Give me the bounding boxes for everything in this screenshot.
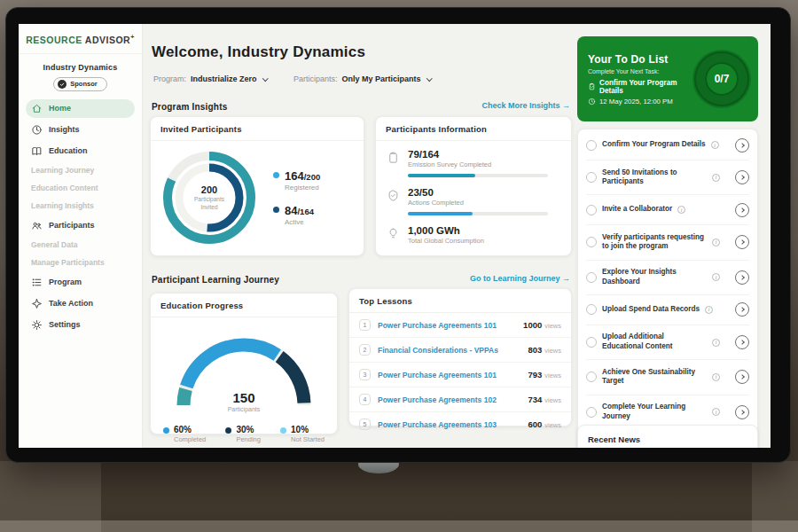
sidebar-item-participants[interactable]: Participants bbox=[26, 216, 135, 235]
lesson-title-link[interactable]: Power Purchase Agreements 101 bbox=[378, 371, 520, 379]
check-more-insights-link[interactable]: Check More Insights → bbox=[481, 101, 570, 110]
task-row-upload-spend-data[interactable]: Upload Spend Data Records i bbox=[586, 294, 749, 325]
info-icon[interactable]: i bbox=[712, 239, 720, 246]
task-checkbox[interactable] bbox=[586, 304, 597, 315]
brand-logo: RESOURCE ADVISOR+ bbox=[19, 24, 142, 54]
info-icon[interactable]: i bbox=[705, 306, 713, 314]
task-row-confirm-program[interactable]: Confirm Your Program Details i bbox=[586, 130, 749, 160]
sidebar-item-label: Education Content bbox=[31, 184, 98, 192]
todo-next-task-label: Confirm Your Program Details bbox=[599, 79, 687, 95]
task-row-invite-collaborator[interactable]: Invite a Collaborator i bbox=[586, 194, 749, 224]
lesson-rank: 4 bbox=[359, 394, 371, 405]
task-open-button[interactable] bbox=[735, 335, 749, 349]
sidebar-item-learning-insights[interactable]: Learning Insights bbox=[26, 199, 135, 214]
info-icon[interactable]: i bbox=[712, 339, 720, 347]
program-label: Program: bbox=[153, 74, 186, 83]
sidebar-item-education[interactable]: Education bbox=[26, 142, 135, 160]
sidebar-item-label: Home bbox=[49, 104, 71, 113]
lesson-row[interactable]: 1 Power Purchase Agreements 101 1000view… bbox=[349, 313, 571, 338]
gauge-center-value: 150 bbox=[168, 390, 319, 405]
legend-dot-registered bbox=[273, 172, 279, 178]
lesson-title-link[interactable]: Power Purchase Agreements 102 bbox=[378, 395, 520, 404]
info-icon[interactable]: i bbox=[712, 408, 720, 416]
task-open-button[interactable] bbox=[735, 370, 749, 384]
sidebar-item-take-action[interactable]: Take Action bbox=[26, 294, 135, 313]
info-icon[interactable]: i bbox=[712, 174, 720, 182]
page-title: Welcome, Industry Dynamics bbox=[152, 43, 365, 61]
stat-row-actions: 23/50 Actions Completed bbox=[376, 179, 571, 217]
lesson-row[interactable]: 3 Power Purchase Agreements 101 793views bbox=[349, 363, 571, 387]
lesson-row[interactable]: 5 Power Purchase Agreements 103 600views bbox=[349, 412, 571, 436]
task-open-button[interactable] bbox=[735, 270, 749, 285]
sidebar-item-label: Education bbox=[49, 146, 88, 155]
photo-background: RESOURCE ADVISOR+ Industry Dynamics Spon… bbox=[0, 0, 798, 532]
top-lessons-card: Top Lessons 1 Power Purchase Agreements … bbox=[348, 288, 572, 426]
legend-item-registered: 164/200 Registered bbox=[273, 169, 320, 192]
task-label: Achieve One Sustainability Target bbox=[602, 368, 707, 387]
task-checkbox[interactable] bbox=[586, 407, 597, 418]
sidebar-item-manage-participants[interactable]: Manage Participants bbox=[26, 255, 135, 270]
gear-icon bbox=[31, 319, 43, 331]
sidebar-item-education-content[interactable]: Education Content bbox=[26, 181, 135, 196]
sidebar-item-insights[interactable]: Insights bbox=[26, 121, 135, 139]
check-more-insights-label: Check More Insights bbox=[481, 101, 559, 110]
task-label: Explore Your Insights Dashboard bbox=[602, 268, 707, 286]
go-to-learning-journey-link[interactable]: Go to Learning Journey → bbox=[470, 274, 570, 283]
chevron-right-icon bbox=[739, 275, 745, 280]
task-open-button[interactable] bbox=[735, 203, 749, 217]
progress-fill-emission bbox=[408, 174, 475, 177]
arrow-right-icon: → bbox=[562, 101, 570, 110]
sponsor-badge-label: Sponsor bbox=[70, 80, 97, 88]
card-title: Education Progress bbox=[151, 293, 337, 317]
task-open-button[interactable] bbox=[735, 138, 749, 153]
lesson-title-link[interactable]: Power Purchase Agreements 103 bbox=[378, 420, 520, 429]
task-open-button[interactable] bbox=[735, 235, 749, 249]
sidebar-item-general-data[interactable]: General Data bbox=[26, 238, 135, 253]
task-checkbox[interactable] bbox=[586, 140, 597, 151]
task-open-button[interactable] bbox=[735, 170, 749, 184]
info-icon[interactable]: i bbox=[712, 373, 720, 381]
sidebar-item-home[interactable]: Home bbox=[26, 99, 135, 118]
chevron-right-icon bbox=[739, 240, 745, 246]
progress-track bbox=[408, 174, 548, 177]
todo-next-task: Confirm Your Program Details bbox=[588, 79, 687, 95]
task-row-send-invitations[interactable]: Send 50 Invitations to Participants i bbox=[586, 160, 749, 194]
chevron-right-icon bbox=[739, 308, 745, 313]
lesson-title-link[interactable]: Power Purchase Agreements 101 bbox=[378, 321, 516, 330]
task-row-verify-participants[interactable]: Verify participants requesting to join t… bbox=[586, 224, 749, 259]
task-row-upload-educational-content[interactable]: Upload Additional Educational Content i bbox=[586, 325, 749, 359]
background-bottom-strip bbox=[0, 520, 798, 532]
task-checkbox[interactable] bbox=[586, 237, 597, 247]
sidebar-item-program[interactable]: Program bbox=[26, 273, 135, 292]
task-row-complete-learning-journey[interactable]: Complete Your Learning Journey i bbox=[586, 395, 749, 429]
sidebar-item-learning-journey[interactable]: Learning Journey bbox=[26, 163, 135, 178]
sidebar-item-settings[interactable]: Settings bbox=[26, 316, 135, 334]
lesson-rank: 1 bbox=[359, 319, 371, 331]
sidebar-item-label: Settings bbox=[49, 320, 81, 329]
info-icon[interactable]: i bbox=[677, 206, 685, 214]
progress-fill-actions bbox=[408, 212, 473, 215]
invited-participants-donut: 200 Participants Invited bbox=[158, 146, 261, 249]
lesson-row[interactable]: 4 Power Purchase Agreements 102 734views bbox=[349, 387, 571, 412]
lesson-rank: 5 bbox=[359, 419, 371, 430]
task-checkbox[interactable] bbox=[586, 372, 597, 382]
task-checkbox[interactable] bbox=[586, 172, 597, 183]
info-icon[interactable]: i bbox=[711, 141, 719, 149]
task-row-achieve-target[interactable]: Achieve One Sustainability Target i bbox=[586, 359, 749, 394]
recent-news-card: Recent News bbox=[577, 425, 758, 448]
sponsor-icon bbox=[58, 80, 66, 89]
section-title-learning-journey: Participant Learning Journey bbox=[152, 275, 279, 285]
program-dropdown[interactable]: Program:Industrialize Zero bbox=[153, 74, 267, 83]
lesson-title-link[interactable]: Financial Considerations - VPPAs bbox=[378, 346, 520, 355]
arrow-right-icon: → bbox=[562, 274, 570, 283]
task-checkbox[interactable] bbox=[586, 205, 597, 215]
info-icon[interactable]: i bbox=[712, 273, 720, 281]
task-checkbox[interactable] bbox=[586, 337, 597, 348]
task-row-explore-insights[interactable]: Explore Your Insights Dashboard i bbox=[586, 260, 749, 294]
task-open-button[interactable] bbox=[735, 302, 749, 317]
task-open-button[interactable] bbox=[735, 405, 749, 419]
participants-dropdown[interactable]: Participants:Only My Participants bbox=[293, 74, 431, 83]
task-checkbox[interactable] bbox=[586, 272, 597, 283]
lesson-row[interactable]: 2 Financial Considerations - VPPAs 803vi… bbox=[349, 338, 571, 363]
chevron-right-icon bbox=[739, 340, 745, 345]
